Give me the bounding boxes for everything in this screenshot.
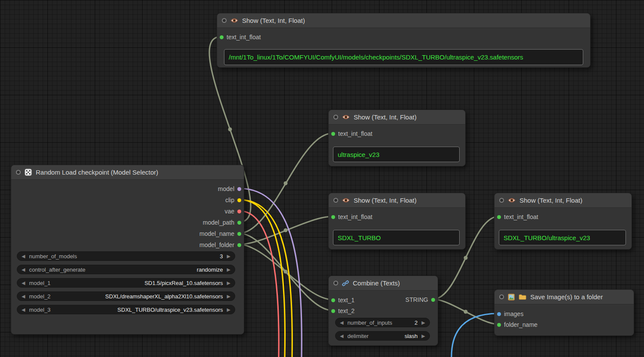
input-dot[interactable]	[220, 35, 224, 39]
input-dot[interactable]	[331, 132, 335, 136]
node-title: Save Image(s) to a folder	[530, 293, 603, 301]
output-slot-model-folder[interactable]: model_folder	[199, 241, 241, 249]
input-slot-text-int-float[interactable]: text_int_float	[497, 213, 538, 221]
input-dot[interactable]	[331, 215, 335, 219]
increment-arrow[interactable]: ▶	[227, 281, 230, 285]
slot-label: STRING	[405, 296, 428, 303]
output-dot-string[interactable]	[431, 298, 435, 302]
value-text: SDXL_TURBO	[338, 234, 381, 241]
input-slot-folder-name[interactable]: folder_name	[497, 320, 538, 329]
increment-arrow[interactable]: ▶	[227, 294, 230, 299]
slot-label: text_int_float	[504, 213, 538, 220]
increment-arrow[interactable]: ▶	[227, 254, 230, 259]
input-dot[interactable]	[497, 215, 501, 219]
widget-model-1[interactable]: ◀ model_1 SD1.5/picxReal_10.safetensors …	[17, 278, 235, 288]
output-slot-vae[interactable]: vae	[224, 207, 241, 216]
dice-icon	[25, 169, 32, 176]
node-header[interactable]: Save Image(s) to a folder	[495, 290, 634, 304]
node-header[interactable]: Random Load checkpoint (Model Selector)	[11, 165, 244, 180]
node-title: Show (Text, Int, Float)	[242, 17, 305, 24]
output-slot-model[interactable]: model	[218, 185, 241, 193]
collapse-dot[interactable]	[499, 294, 504, 299]
widget-value: slash	[404, 333, 417, 339]
node-show-name[interactable]: Show (Text, Int, Float) text_int_float u…	[328, 110, 466, 166]
widget-label: number_of_models	[29, 253, 77, 260]
output-dot-clip[interactable]	[237, 198, 241, 202]
output-dot-vae[interactable]	[237, 210, 241, 213]
input-slot-text-1[interactable]: text_1	[331, 296, 355, 304]
widget-control-after-generate[interactable]: ◀ control_after_generate randomize ▶	[17, 265, 235, 274]
value-display[interactable]: /mnt/1To_linux/1To/COMFYUI/ComfyUI/model…	[224, 49, 583, 65]
output-slot-model-path[interactable]: model_path	[203, 218, 241, 227]
output-slot-clip[interactable]: clip	[225, 196, 241, 204]
input-dot-folder-name[interactable]	[497, 323, 501, 327]
decrement-arrow[interactable]: ◀	[340, 334, 343, 338]
slot-label: images	[504, 310, 523, 317]
collapse-dot[interactable]	[333, 198, 338, 203]
output-dot-model[interactable]	[237, 187, 241, 191]
output-dot-model-path[interactable]	[237, 221, 241, 225]
slot-label: clip	[225, 197, 234, 204]
node-header[interactable]: Show (Text, Int, Float)	[329, 110, 465, 125]
node-show-path[interactable]: Show (Text, Int, Float) text_int_float /…	[217, 13, 591, 68]
widget-label: model_1	[29, 280, 50, 286]
node-show-combined[interactable]: Show (Text, Int, Float) text_int_float S…	[494, 193, 632, 250]
collapse-dot[interactable]	[333, 281, 338, 285]
widget-model-3[interactable]: ◀ model_3 SDXL_TURBO/ultraspice_v23.safe…	[17, 305, 235, 314]
widget-number-of-inputs[interactable]: ◀ number_of_inputs 2 ▶	[335, 318, 430, 327]
collapse-dot[interactable]	[16, 170, 21, 175]
eye-icon	[230, 18, 238, 23]
node-combine-texts[interactable]: Combine (Texts) text_1 text_2 STRING ◀ n…	[328, 276, 438, 346]
value-display[interactable]: SDXL_TURBO/ultraspice_v23	[499, 230, 626, 245]
slot-label: text_1	[338, 297, 355, 304]
decrement-arrow[interactable]: ◀	[22, 254, 25, 259]
widget-value: SD1.5/picxReal_10.safetensors	[144, 280, 223, 286]
decrement-arrow[interactable]: ◀	[22, 307, 25, 312]
node-header[interactable]: Show (Text, Int, Float)	[495, 193, 632, 208]
node-header[interactable]: Combine (Texts)	[329, 276, 438, 291]
value-display[interactable]: ultraspice_v23	[333, 147, 460, 162]
collapse-dot[interactable]	[499, 198, 504, 203]
widget-list: ◀ number_of_inputs 2 ▶ ◀ delimiter slash…	[335, 318, 430, 341]
input-dot[interactable]	[331, 298, 335, 302]
node-save-image-to-folder[interactable]: Save Image(s) to a folder images folder_…	[494, 289, 634, 336]
output-slot-string[interactable]: STRING	[405, 295, 435, 304]
node-title: Combine (Texts)	[353, 279, 400, 287]
decrement-arrow[interactable]: ◀	[22, 281, 25, 285]
input-slot-text-int-float[interactable]: text_int_float	[220, 33, 261, 41]
collapse-dot[interactable]	[222, 18, 227, 23]
input-slot-text-2[interactable]: text_2	[331, 307, 355, 315]
widget-delimiter[interactable]: ◀ delimiter slash ▶	[335, 331, 430, 341]
input-slot-text-int-float[interactable]: text_int_float	[331, 129, 372, 138]
node-show-folder[interactable]: Show (Text, Int, Float) text_int_float S…	[328, 193, 466, 250]
slot-label: folder_name	[504, 321, 538, 328]
widget-number-of-models[interactable]: ◀ number_of_models 3 ▶	[17, 251, 235, 261]
increment-arrow[interactable]: ▶	[422, 320, 425, 325]
input-dot-images[interactable]	[497, 312, 501, 316]
node-title: Show (Text, Int, Float)	[354, 113, 417, 121]
input-slot-text-int-float[interactable]: text_int_float	[331, 213, 372, 221]
increment-arrow[interactable]: ▶	[422, 334, 425, 338]
node-random-load-checkpoint[interactable]: Random Load checkpoint (Model Selector) …	[11, 165, 244, 335]
input-slot-images[interactable]: images	[497, 310, 523, 318]
output-dot-model-name[interactable]	[237, 232, 241, 236]
widget-value: randomize	[197, 266, 223, 273]
decrement-arrow[interactable]: ◀	[340, 320, 343, 325]
input-dot[interactable]	[331, 309, 335, 313]
widget-model-2[interactable]: ◀ model_2 SDXL/dreamshaperXL_alpha2Xl10.…	[17, 291, 235, 301]
increment-arrow[interactable]: ▶	[227, 267, 230, 272]
increment-arrow[interactable]: ▶	[227, 307, 230, 312]
widget-label: model_2	[29, 293, 50, 300]
collapse-dot[interactable]	[333, 115, 338, 119]
node-header[interactable]: Show (Text, Int, Float)	[329, 193, 465, 208]
comfyui-canvas[interactable]: { "colors": { "wire_string": "#8e967d", …	[0, 0, 644, 357]
widget-label: number_of_inputs	[347, 319, 392, 326]
output-slot-model-name[interactable]: model_name	[199, 229, 241, 238]
slot-label: text_int_float	[338, 213, 372, 220]
decrement-arrow[interactable]: ◀	[22, 267, 25, 272]
value-display[interactable]: SDXL_TURBO	[333, 230, 460, 245]
node-header[interactable]: Show (Text, Int, Float)	[217, 13, 590, 28]
decrement-arrow[interactable]: ◀	[22, 294, 25, 299]
widget-value: SDXL/dreamshaperXL_alpha2Xl10.safetensor…	[105, 293, 223, 300]
output-dot-model-folder[interactable]	[237, 243, 241, 247]
